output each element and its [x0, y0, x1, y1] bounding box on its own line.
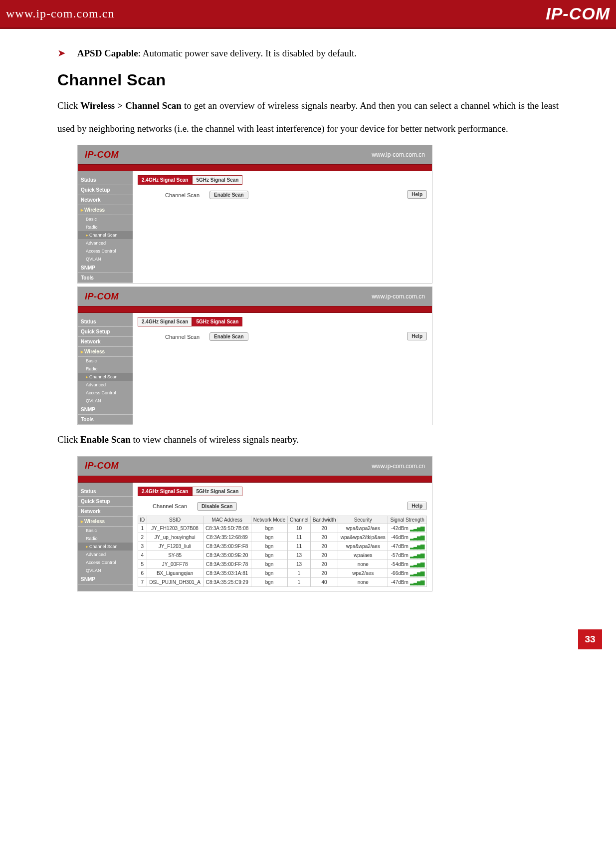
screenshot-5ghz: IP-COM www.ip-com.com.cn Status Quick Se…: [77, 286, 432, 425]
app-header: IP-COM www.ip-com.com.cn: [78, 287, 432, 306]
page-header: www.ip-com.com.cn IP-COM: [0, 0, 616, 29]
channel-scan-label: Channel Scan: [165, 334, 200, 340]
sidebar-item-radio[interactable]: Radio: [78, 365, 133, 373]
table-row: 7DSL_PUJIN_DH301_AC8:3A:35:25:C9:29bgn14…: [138, 577, 427, 586]
table-row: 4SY-85C8:3A:35:00:9E:20bgn1320wpa/aes-57…: [138, 551, 427, 560]
table-row: 3JY_F1203_liuliC8:3A:35:00:9F:F8bgn1120w…: [138, 542, 427, 551]
table-header: Bandwidth: [310, 516, 338, 524]
content-pane: 2.4GHz Signal Scan 5GHz Signal Scan Chan…: [133, 483, 432, 591]
marker-icon: ▸: [86, 233, 88, 238]
sidebar-item-basic[interactable]: Basic: [78, 527, 133, 535]
sidebar-item-network[interactable]: Network: [78, 195, 133, 205]
help-button[interactable]: Help: [407, 502, 427, 510]
sidebar-item-status[interactable]: Status: [78, 317, 133, 327]
sidebar-item-advanced[interactable]: Advanced: [78, 239, 133, 247]
table-header: Channel: [288, 516, 311, 524]
sidebar-item-radio[interactable]: Radio: [78, 223, 133, 231]
app-header: IP-COM www.ip-com.com.cn: [78, 457, 432, 476]
sidebar-item-tools[interactable]: Tools: [78, 273, 133, 283]
table-header: Security: [338, 516, 388, 524]
sidebar-item-advanced[interactable]: Advanced: [78, 551, 133, 559]
bullet-arrow-icon: ➤: [57, 47, 66, 58]
sidebar-item-channel-scan[interactable]: ▸Channel Scan: [78, 543, 133, 551]
sidebar-item-radio[interactable]: Radio: [78, 535, 133, 543]
sidebar-item-quick-setup[interactable]: Quick Setup: [78, 327, 133, 337]
sidebar: Status Quick Setup Network ▸Wireless Bas…: [78, 171, 133, 283]
enable-scan-button[interactable]: Enable Scan: [209, 332, 248, 341]
header-logo: IP-COM: [546, 4, 610, 23]
table-row: 6BX_LiguangqianC8:3A:35:03:1A:81bgn120wp…: [138, 568, 427, 577]
intro-paragraph: Click Wireless > Channel Scan to get an …: [57, 94, 559, 140]
table-header: Signal Strength: [388, 516, 427, 524]
marker-icon: ▸: [86, 544, 88, 549]
sidebar-item-access-control[interactable]: Access Control: [78, 389, 133, 397]
sidebar: Status Quick Setup Network ▸Wireless Bas…: [78, 313, 133, 425]
help-button[interactable]: Help: [407, 332, 427, 340]
signal-bars-icon: ▂▃▅▆: [410, 561, 424, 567]
table-row: 1JY_FH1203_5D7B08C8:3A:35:5D:7B:08bgn102…: [138, 524, 427, 533]
sidebar-item-snmp[interactable]: SNMP: [78, 263, 133, 273]
app-logo: IP-COM: [85, 461, 119, 471]
sidebar-item-network[interactable]: Network: [78, 337, 133, 347]
disable-scan-button[interactable]: Disable Scan: [197, 502, 237, 511]
table-row: 2JY_up_houyinghuiC8:3A:35:12:68:89bgn112…: [138, 533, 427, 542]
sidebar-item-wireless[interactable]: ▸Wireless: [78, 205, 133, 215]
content-pane: 2.4GHz Signal Scan 5GHz Signal Scan Chan…: [133, 313, 432, 425]
sidebar-item-channel-scan[interactable]: ▸Channel Scan: [78, 231, 133, 239]
apsd-term: APSD Capable: [77, 48, 138, 58]
sidebar-item-snmp[interactable]: SNMP: [78, 574, 133, 584]
sidebar-item-basic[interactable]: Basic: [78, 357, 133, 365]
enable-scan-button[interactable]: Enable Scan: [209, 191, 248, 199]
sidebar: Status Quick Setup Network ▸Wireless Bas…: [78, 483, 133, 591]
screenshot-24ghz: IP-COM www.ip-com.com.cn Status Quick Se…: [77, 145, 432, 283]
table-header: SSID: [147, 516, 203, 524]
app-redbar: [78, 476, 432, 483]
tab-5ghz[interactable]: 5GHz Signal Scan: [192, 175, 242, 185]
signal-bars-icon: ▂▃▅▆: [410, 525, 424, 531]
app-redbar: [78, 164, 432, 171]
sidebar-item-status[interactable]: Status: [78, 487, 133, 497]
apsd-bullet: ➤ APSD Capable: Automatic power save del…: [57, 47, 559, 59]
app-logo: IP-COM: [85, 291, 119, 302]
sidebar-item-basic[interactable]: Basic: [78, 215, 133, 223]
sidebar-item-qvlan[interactable]: QVLAN: [78, 566, 133, 574]
tab-24ghz[interactable]: 2.4GHz Signal Scan: [138, 175, 192, 185]
sidebar-item-channel-scan[interactable]: ▸Channel Scan: [78, 373, 133, 381]
marker-icon: ▸: [81, 207, 83, 213]
app-url: www.ip-com.com.cn: [372, 151, 425, 158]
sidebar-item-network[interactable]: Network: [78, 507, 133, 517]
page-footer: 33: [0, 594, 616, 664]
tab-5ghz[interactable]: 5GHz Signal Scan: [192, 487, 242, 496]
table-row: 5JY_00FF78C8:3A:35:00:FF:78bgn1320none-5…: [138, 560, 427, 568]
header-url[interactable]: www.ip-com.com.cn: [6, 7, 114, 20]
sidebar-item-quick-setup[interactable]: Quick Setup: [78, 185, 133, 195]
channel-scan-label: Channel Scan: [153, 503, 187, 509]
sidebar-item-wireless[interactable]: ▸Wireless: [78, 347, 133, 357]
tab-5ghz[interactable]: 5GHz Signal Scan: [192, 317, 242, 326]
tab-24ghz[interactable]: 2.4GHz Signal Scan: [138, 317, 192, 326]
sidebar-item-qvlan[interactable]: QVLAN: [78, 397, 133, 405]
sidebar-item-tools[interactable]: Tools: [78, 415, 133, 425]
app-redbar: [78, 306, 432, 313]
sidebar-item-access-control[interactable]: Access Control: [78, 247, 133, 255]
sidebar-item-access-control[interactable]: Access Control: [78, 559, 133, 566]
help-button[interactable]: Help: [407, 190, 427, 199]
sidebar-item-wireless[interactable]: ▸Wireless: [78, 517, 133, 527]
sidebar-item-quick-setup[interactable]: Quick Setup: [78, 497, 133, 507]
tab-24ghz[interactable]: 2.4GHz Signal Scan: [138, 487, 192, 496]
sidebar-item-advanced[interactable]: Advanced: [78, 381, 133, 389]
sidebar-item-status[interactable]: Status: [78, 175, 133, 185]
section-title: Channel Scan: [57, 71, 559, 89]
apsd-desc: : Automatic power save delivery. It is d…: [138, 48, 357, 58]
table-header: ID: [138, 516, 147, 524]
table-header: Network Mode: [251, 516, 288, 524]
app-header: IP-COM www.ip-com.com.cn: [78, 145, 432, 164]
sidebar-item-snmp[interactable]: SNMP: [78, 405, 133, 415]
app-url: www.ip-com.com.cn: [372, 293, 425, 300]
signal-bars-icon: ▂▃▅▆: [410, 552, 424, 558]
page-number: 33: [578, 629, 602, 649]
signal-bars-icon: ▂▃▅▆: [410, 579, 424, 585]
signal-bars-icon: ▂▃▅▆: [410, 543, 424, 549]
sidebar-item-qvlan[interactable]: QVLAN: [78, 255, 133, 263]
table-header: MAC Address: [203, 516, 251, 524]
